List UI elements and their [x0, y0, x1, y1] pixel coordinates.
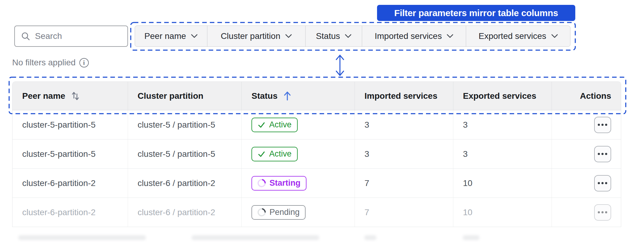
- table-header-row: Peer nameCluster partitionStatusImported…: [12, 82, 621, 110]
- filter-chip-label: Exported services: [479, 31, 546, 41]
- column-header-label: Status: [251, 91, 278, 101]
- ellipsis-icon: [601, 153, 604, 155]
- filter-chip-group: Peer nameCluster partitionStatusImported…: [135, 26, 570, 47]
- ellipsis-icon: [598, 124, 600, 126]
- status-badge-label: Pending: [269, 208, 299, 217]
- page: Filter parameters mirror table columns S…: [0, 0, 644, 248]
- cell-imported-services: 3: [355, 110, 453, 139]
- column-header-label: Cluster partition: [138, 91, 203, 101]
- status-badge-label: Starting: [269, 178, 300, 188]
- faded-row-hint: [12, 231, 621, 245]
- cell-peer-name: cluster-5-partition-5: [12, 140, 128, 168]
- cell-imported-services: 3: [355, 140, 453, 168]
- chevron-down-icon: [447, 34, 453, 38]
- cell-actions: [552, 140, 621, 168]
- cell-exported-services: 10: [453, 198, 552, 227]
- sort-both-icon: [71, 91, 80, 101]
- column-header-imported-services: Imported services: [355, 82, 453, 110]
- info-icon[interactable]: i: [79, 58, 89, 67]
- table-row: cluster-5-partition-5cluster-5 / partiti…: [12, 110, 621, 140]
- filter-chip-status[interactable]: Status: [305, 26, 362, 46]
- row-actions-button[interactable]: [594, 204, 611, 221]
- status-badge-label: Active: [269, 149, 292, 159]
- filter-chip-imported-services[interactable]: Imported services: [362, 26, 466, 46]
- filter-chip-peer-name[interactable]: Peer name: [135, 26, 207, 46]
- column-header-label: Exported services: [463, 91, 536, 101]
- ellipsis-icon: [605, 153, 607, 155]
- cell-cluster-partition: cluster-5 / partition-5: [128, 110, 242, 139]
- cell-imported-services: 7: [355, 198, 453, 227]
- column-header-cluster-partition: Cluster partition: [128, 82, 242, 110]
- filter-status-line: No filters applied i: [12, 58, 89, 67]
- cell-peer-name: cluster-6-partition-2: [12, 169, 128, 198]
- peers-table: Peer nameCluster partitionStatusImported…: [12, 81, 621, 227]
- row-actions-button[interactable]: [594, 146, 611, 162]
- cell-status: Active: [241, 140, 355, 168]
- filter-chip-exported-services[interactable]: Exported services: [466, 26, 570, 46]
- search-input[interactable]: Search: [14, 26, 128, 47]
- cell-actions: [552, 169, 621, 198]
- filter-chip-label: Peer name: [144, 31, 186, 41]
- cell-imported-services: 7: [355, 169, 453, 198]
- ellipsis-icon: [605, 182, 607, 184]
- ellipsis-icon: [598, 211, 600, 213]
- callout-banner: Filter parameters mirror table columns: [377, 5, 575, 21]
- ellipsis-icon: [601, 211, 604, 213]
- ellipsis-icon: [598, 153, 600, 155]
- table-row: cluster-5-partition-5cluster-5 / partiti…: [12, 140, 621, 169]
- cell-cluster-partition: cluster-5 / partition-5: [128, 140, 242, 168]
- ellipsis-icon: [601, 182, 604, 184]
- spinner-icon: [256, 177, 268, 189]
- check-icon: [258, 121, 265, 129]
- sort-ascending-icon: [283, 91, 292, 101]
- column-header-status[interactable]: Status: [241, 82, 355, 110]
- ellipsis-icon: [605, 124, 607, 126]
- chevron-down-icon: [551, 34, 558, 38]
- status-badge-starting: Starting: [251, 176, 306, 191]
- ellipsis-icon: [598, 182, 600, 184]
- chevron-down-icon: [191, 34, 198, 38]
- search-icon: [21, 32, 30, 41]
- mapping-arrow-icon: [336, 55, 344, 75]
- check-icon: [258, 150, 265, 158]
- spinner-icon: [256, 206, 268, 218]
- column-header-label: Peer name: [22, 91, 65, 101]
- filter-chip-label: Imported services: [375, 31, 442, 41]
- table-row: cluster-6-partition-2cluster-6 / partiti…: [12, 169, 621, 198]
- ellipsis-icon: [601, 124, 604, 126]
- column-header-actions: Actions: [552, 82, 621, 110]
- cell-exported-services: 3: [453, 110, 552, 139]
- filter-chip-cluster-partition[interactable]: Cluster partition: [207, 26, 306, 46]
- cell-cluster-partition: cluster-6 / partition-2: [128, 198, 242, 227]
- status-badge-label: Active: [269, 120, 292, 129]
- search-placeholder: Search: [35, 31, 62, 41]
- status-badge-active: Active: [251, 147, 298, 161]
- filter-chip-label: Cluster partition: [221, 31, 280, 41]
- column-header-exported-services: Exported services: [453, 82, 552, 110]
- cell-actions: [552, 198, 621, 227]
- cell-status: Starting: [241, 169, 355, 198]
- table-body: cluster-5-partition-5cluster-5 / partiti…: [12, 110, 621, 227]
- chevron-down-icon: [345, 34, 351, 38]
- column-header-label: Actions: [580, 91, 611, 101]
- row-actions-button[interactable]: [594, 175, 611, 191]
- cell-cluster-partition: cluster-6 / partition-2: [128, 169, 242, 198]
- cell-actions: [552, 110, 621, 139]
- cell-status: Active: [241, 110, 355, 139]
- cell-peer-name: cluster-6-partition-2: [12, 198, 128, 227]
- filter-status-text: No filters applied: [12, 58, 76, 67]
- cell-status: Pending: [241, 198, 355, 227]
- table-row: cluster-6-partition-2cluster-6 / partiti…: [12, 198, 621, 227]
- filter-chip-label: Status: [316, 31, 340, 41]
- column-header-peer-name[interactable]: Peer name: [12, 82, 128, 110]
- status-badge-active: Active: [251, 118, 298, 132]
- row-actions-button[interactable]: [594, 117, 611, 133]
- cell-exported-services: 10: [453, 169, 552, 198]
- column-header-label: Imported services: [365, 91, 438, 101]
- chevron-down-icon: [285, 34, 292, 38]
- cell-peer-name: cluster-5-partition-5: [12, 110, 128, 139]
- status-badge-pending: Pending: [251, 205, 306, 220]
- ellipsis-icon: [605, 211, 607, 213]
- cell-exported-services: 3: [453, 140, 552, 168]
